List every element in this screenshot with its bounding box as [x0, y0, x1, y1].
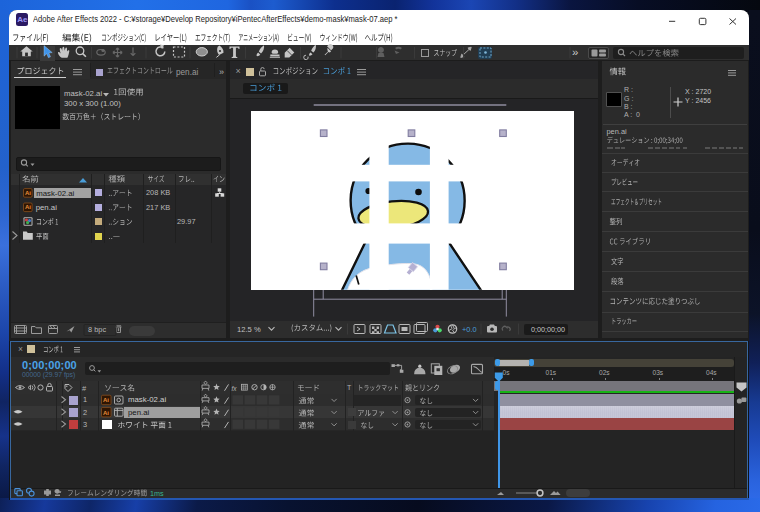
svg-text:Ai: Ai [103, 397, 109, 403]
svg-text:Ai: Ai [25, 204, 31, 210]
svg-text:Ai: Ai [25, 190, 31, 196]
svg-text:fx: fx [232, 385, 238, 392]
svg-text:#: # [82, 384, 87, 393]
svg-text:Ai: Ai [103, 410, 109, 416]
